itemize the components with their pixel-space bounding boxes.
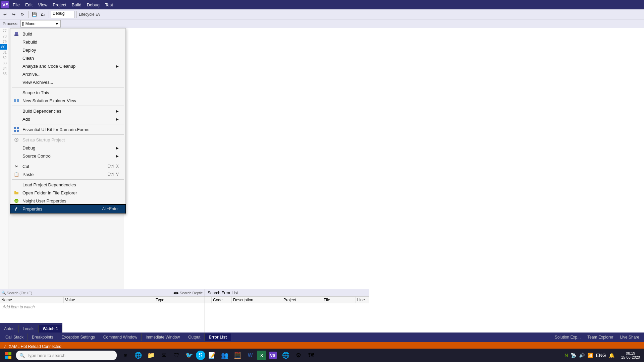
- taskbar-excel[interactable]: X: [257, 351, 266, 360]
- svg-rect-14: [15, 209, 16, 211]
- tab-solution-explorer[interactable]: Solution Exp...: [551, 334, 584, 341]
- ctx-nsight[interactable]: N Nsight User Properties: [10, 197, 125, 205]
- tab-exception-settings[interactable]: Exception Settings: [57, 334, 99, 341]
- process-dropdown[interactable]: [] Mono ▼: [20, 20, 61, 27]
- taskbar-twitter[interactable]: 🐦: [183, 349, 195, 361]
- search-navigate-forward[interactable]: ▶: [176, 291, 179, 295]
- tab-command-window[interactable]: Command Window: [99, 334, 142, 341]
- menu-debug[interactable]: Debug: [84, 2, 102, 8]
- taskbar-explorer[interactable]: 📁: [145, 349, 157, 361]
- ctx-load-deps[interactable]: Load Project Dependencies: [10, 181, 125, 189]
- tab-output[interactable]: Output: [184, 334, 205, 341]
- svg-rect-4: [14, 99, 16, 102]
- error-col-file: File: [322, 297, 356, 303]
- redo-button[interactable]: ↪: [10, 11, 17, 18]
- add-to-watch[interactable]: Add item to watch: [0, 303, 205, 311]
- ctx-archive[interactable]: Archive...: [10, 70, 125, 78]
- tab-live-share[interactable]: Live Share: [617, 334, 643, 341]
- svg-rect-7: [17, 127, 19, 129]
- ctx-add[interactable]: Add ▶: [10, 115, 125, 123]
- tab-breakpoints[interactable]: Breakpoints: [28, 334, 57, 341]
- save-all-button[interactable]: 🗂: [39, 11, 47, 18]
- taskbar-mail[interactable]: ✉: [158, 349, 170, 361]
- menu-project[interactable]: Project: [50, 2, 69, 8]
- taskbar-sticky[interactable]: 📝: [206, 349, 218, 361]
- clock-display-time: 08:19: [621, 351, 640, 355]
- ctx-build[interactable]: Build: [10, 30, 125, 38]
- menu-view[interactable]: View: [35, 2, 50, 8]
- debug-mode-dropdown[interactable]: Debug: [51, 11, 74, 18]
- tab-error-list[interactable]: Error List: [205, 334, 231, 341]
- ctx-sep-3: [12, 124, 124, 124]
- tray-notification[interactable]: 🔔: [608, 352, 615, 359]
- tray-lang[interactable]: ENG: [595, 352, 606, 359]
- ctx-deploy[interactable]: Deploy: [10, 46, 125, 54]
- taskbar-settings[interactable]: ⚙: [292, 349, 305, 361]
- svg-rect-16: [8, 352, 11, 355]
- save-button[interactable]: 💾: [31, 11, 38, 18]
- tab-watch-1[interactable]: Watch 1: [39, 325, 62, 333]
- taskbar-skype[interactable]: S: [196, 351, 205, 360]
- ctx-rebuild[interactable]: Rebuild: [10, 38, 125, 46]
- watch-tabs-bar: Autos Locals Watch 1: [0, 323, 62, 333]
- source-control-icon: [13, 153, 20, 159]
- ctx-build-deps[interactable]: Build Dependencies ▶: [10, 107, 125, 115]
- ctx-analyze[interactable]: Analyze and Code Cleanup ▶: [10, 62, 125, 70]
- taskbar-chrome[interactable]: 🌐: [280, 349, 292, 361]
- taskbar-teams[interactable]: 👥: [219, 349, 231, 361]
- taskbar-edge[interactable]: 🌐: [132, 349, 144, 361]
- ctx-sep-4: [12, 134, 124, 135]
- watch-col-value: Value: [64, 297, 154, 303]
- tab-immediate-window[interactable]: Immediate Window: [142, 334, 184, 341]
- vs-logo: VS: [1, 1, 9, 8]
- ctx-essential-ui[interactable]: Essential UI Kit for Xamarin.Forms: [10, 125, 125, 133]
- tab-autos[interactable]: Autos: [0, 325, 19, 333]
- taskbar-apps: ⊞ 🌐 📁 ✉ 🛡 🐦 S 📝 👥 🧮 W X VS 🌐 ⚙ 🗺: [119, 349, 317, 361]
- ctx-new-solution-view[interactable]: New Solution Explorer View: [10, 97, 125, 105]
- taskbar-shield[interactable]: 🛡: [170, 349, 182, 361]
- menu-file[interactable]: File: [10, 2, 22, 8]
- taskbar-cortana[interactable]: ⊞: [119, 349, 131, 361]
- process-bar: Process: [] Mono ▼: [0, 19, 644, 28]
- ctx-scope[interactable]: Scope to This: [10, 88, 125, 97]
- tab-team-explorer[interactable]: Team Explorer: [584, 334, 616, 341]
- svg-point-11: [16, 139, 17, 140]
- menu-test[interactable]: Test: [102, 2, 116, 8]
- ctx-source-control[interactable]: Source Control ▶: [10, 152, 125, 160]
- taskbar-search[interactable]: 🔍 Type here to search: [16, 351, 117, 360]
- ctx-clean[interactable]: Clean: [10, 54, 125, 62]
- ctx-paste[interactable]: 📋 Paste Ctrl+V: [10, 170, 125, 178]
- ctx-sep-6: [12, 179, 124, 180]
- tray-wifi[interactable]: 📶: [587, 352, 594, 359]
- clean-icon: [13, 55, 20, 61]
- bottom-tabs-bar: Call Stack Breakpoints Exception Setting…: [0, 333, 644, 342]
- undo-button[interactable]: ↩: [1, 11, 9, 18]
- tray-network[interactable]: 📡: [570, 352, 577, 359]
- taskbar-word[interactable]: W: [244, 349, 256, 361]
- refresh-button[interactable]: ⟳: [19, 11, 26, 18]
- watch-col-name: Name: [0, 297, 64, 303]
- source-control-arrow: ▶: [116, 154, 119, 158]
- start-button[interactable]: [1, 349, 15, 361]
- search-input[interactable]: [7, 291, 172, 295]
- error-col-check: [205, 297, 212, 303]
- ctx-view-archives[interactable]: View Archives...: [10, 78, 125, 86]
- menu-edit[interactable]: Edit: [22, 2, 35, 8]
- menu-build[interactable]: Build: [69, 2, 84, 8]
- ctx-cut[interactable]: ✂ Cut Ctrl+X: [10, 162, 125, 170]
- tray-speaker[interactable]: 🔊: [578, 352, 585, 359]
- ctx-properties[interactable]: Properties Alt+Enter: [10, 205, 125, 213]
- tray-nvidia[interactable]: N: [564, 352, 569, 359]
- taskbar-vs[interactable]: VS: [267, 349, 279, 361]
- tab-call-stack[interactable]: Call Stack: [1, 334, 28, 341]
- taskbar-clock[interactable]: 08:19 15-06-2020: [619, 351, 643, 359]
- line-80: 80: [0, 44, 7, 50]
- taskbar-calculator[interactable]: 🧮: [231, 349, 244, 361]
- search-navigate-back[interactable]: ◀: [173, 291, 176, 295]
- gear-icon: [13, 136, 20, 143]
- svg-rect-3: [15, 32, 18, 35]
- ctx-debug[interactable]: Debug ▶: [10, 144, 125, 152]
- tab-locals[interactable]: Locals: [19, 325, 39, 333]
- ctx-open-folder[interactable]: Open Folder in File Explorer: [10, 189, 125, 197]
- taskbar-maps[interactable]: 🗺: [305, 349, 317, 361]
